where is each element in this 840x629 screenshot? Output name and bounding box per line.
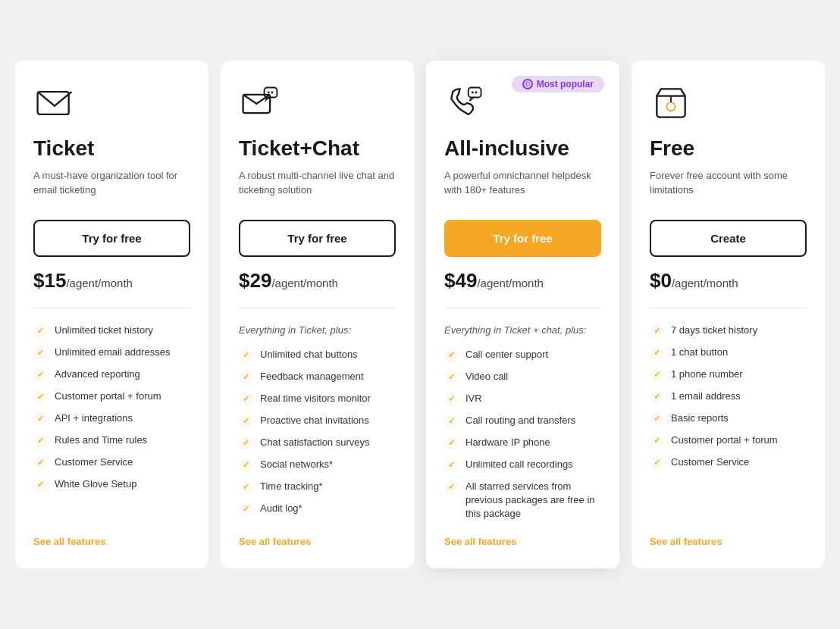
feature-item: Hardware IP phone [444,436,601,450]
svg-point-9 [666,102,675,111]
see-all-link[interactable]: See all features [650,536,807,547]
feature-text: Call center support [465,348,548,361]
divider [239,308,396,308]
feature-item: Unlimited email addresses [33,346,190,360]
feature-item: All starred services from previous packa… [444,480,601,521]
feature-text: Customer portal + forum [55,390,161,403]
plan-icon-ticket-chat [239,82,281,124]
plan-price: $0/agent/month [650,269,807,293]
feature-item: Real time visitors monitor [239,392,396,406]
feature-item: Call routing and transfers [444,414,601,428]
feature-text: Advanced reporting [55,368,140,381]
check-icon [650,412,663,426]
feature-text: Call routing and transfers [465,414,575,427]
check-icon [33,346,47,360]
feature-text: API + integrations [55,412,133,425]
feature-item: Social networks* [239,458,396,472]
divider [650,308,807,308]
cta-button-all-inclusive[interactable]: Try for free [444,220,601,257]
feature-item: Call center support [444,348,601,362]
feature-text: 1 phone number [671,368,743,381]
check-icon [239,480,252,494]
feature-text: Real time visitors monitor [260,392,371,405]
price-amount: $29 [239,269,271,292]
feature-item: Rules and Time rules [33,433,190,448]
feature-item: 7 days ticket history [650,324,807,338]
plan-icon-ticket [33,82,76,124]
price-unit: /agent/month [477,277,544,289]
check-icon [239,502,252,516]
feature-text: Audit log* [260,502,302,515]
check-icon [33,324,47,338]
feature-item: White Glove Setup [33,477,190,492]
svg-point-3 [268,91,270,93]
check-icon [33,456,47,470]
feature-text: 7 days ticket history [671,324,757,337]
check-icon [650,434,663,448]
feature-text: Rules and Time rules [55,433,147,447]
plan-name: Ticket [33,136,190,161]
check-icon [444,480,458,494]
check-icon [239,415,252,428]
feature-item: API + integrations [33,412,190,426]
check-icon [33,412,47,426]
see-all-link[interactable]: See all features [444,536,601,547]
feature-item: Advanced reporting [33,368,190,382]
most-popular-badge: © Most popular [512,76,604,92]
price-unit: /agent/month [672,277,738,289]
check-icon [33,368,47,382]
feature-text: Feedback management [260,370,364,383]
features-list: Call center support Video call IVR Call … [444,348,601,521]
check-icon [239,437,252,450]
check-icon [239,371,252,384]
feature-text: IVR [465,392,482,405]
feature-item: Chat satisfaction surveys [239,436,396,450]
check-icon [650,368,663,382]
feature-text: Hardware IP phone [465,436,550,449]
see-all-link[interactable]: See all features [239,536,396,547]
feature-text: Customer portal + forum [671,433,778,447]
svg-point-6 [472,91,474,93]
pricing-grid: Ticket A must-have organization tool for… [15,61,825,569]
check-icon [650,456,663,470]
price-unit: /agent/month [66,277,133,289]
plan-price: $15/agent/month [33,269,190,293]
cta-button-ticket[interactable]: Try for free [33,220,190,257]
check-icon [33,390,47,404]
check-icon [239,458,252,472]
feature-text: Time tracking* [260,480,323,493]
check-icon [33,478,47,492]
plan-price: $49/agent/month [444,269,601,293]
svg-rect-5 [469,87,481,97]
plan-description: Forever free account with some limitatio… [650,168,807,205]
plan-card-ticket-chat: Ticket+Chat A robust multi-channel live … [221,61,414,569]
plan-name: Free [650,136,807,161]
feature-text: Proactive chat invitations [260,414,369,427]
feature-text: All starred services from previous packa… [465,480,601,521]
price-unit: /agent/month [271,277,338,289]
feature-item: Proactive chat invitations [239,414,396,428]
feature-item: Customer Service [33,455,190,470]
plan-card-all-inclusive: © Most popular All-inclusive A powerful … [426,61,619,569]
check-icon [650,324,663,338]
feature-item: Customer Service [650,455,807,470]
cta-button-ticket-chat[interactable]: Try for free [239,220,396,257]
svg-point-7 [475,91,478,93]
divider [33,308,190,308]
features-list: Unlimited chat buttons Feedback manageme… [239,348,396,521]
feature-text: Basic reports [671,412,729,425]
popular-icon: © [522,79,533,89]
check-icon [33,434,47,448]
check-icon [444,393,458,406]
cta-button-free[interactable]: Create [650,220,807,257]
see-all-link[interactable]: See all features [33,536,190,547]
plan-description: A must-have organization tool for email … [33,168,190,205]
check-icon [444,458,458,472]
feature-item: Unlimited chat buttons [239,348,396,362]
check-icon [444,437,458,450]
check-icon [650,390,663,404]
feature-item: Unlimited ticket history [33,324,190,338]
features-intro: Everything in Ticket, plus: [239,324,396,337]
plan-card-free: Free Forever free account with some limi… [632,61,825,569]
svg-point-4 [271,91,273,93]
